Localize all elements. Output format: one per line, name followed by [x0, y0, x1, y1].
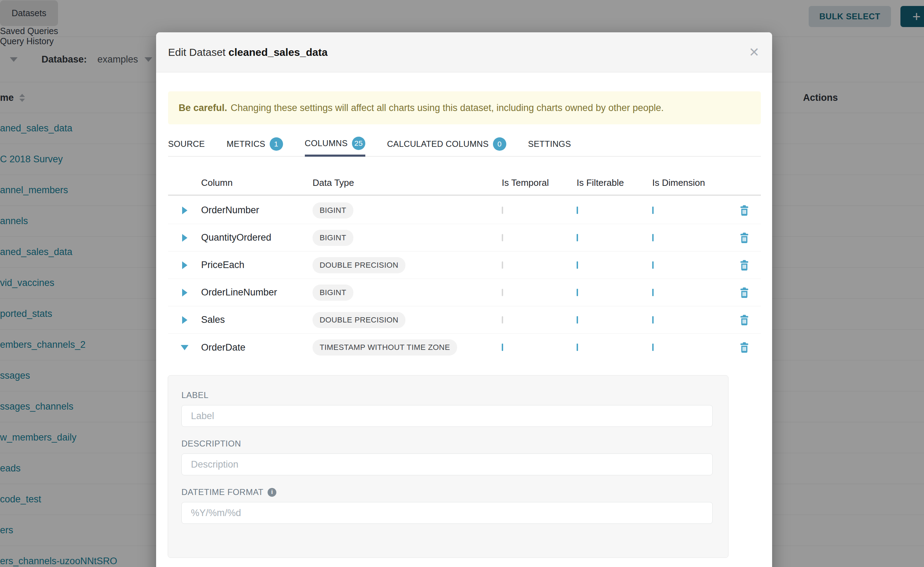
tab-badge: 1 [270, 137, 283, 151]
tab-calculated-columns[interactable]: CALCULATED COLUMNS 0 [387, 132, 506, 156]
expand-caret-icon[interactable] [182, 316, 187, 324]
expand-caret-icon[interactable] [182, 261, 187, 269]
label-input[interactable] [181, 405, 713, 427]
is-dimension-cell [652, 262, 728, 268]
field-label: DESCRIPTION [181, 439, 713, 448]
is-filterable-checkbox[interactable] [576, 261, 578, 269]
is-temporal-checkbox[interactable] [502, 261, 503, 269]
is-temporal-cell [502, 207, 576, 214]
expand-caret-icon[interactable] [181, 345, 188, 350]
is-dimension-cell [652, 317, 728, 323]
warning-banner: Be careful. Changing these settings will… [168, 92, 761, 124]
is-filterable-checkbox[interactable] [576, 207, 578, 214]
data-type-pill: BIGINT [313, 230, 354, 246]
is-filterable-cell [576, 207, 652, 214]
expand-caret-icon[interactable] [182, 234, 187, 242]
is-dimension-header: Is Dimension [652, 177, 728, 188]
is-dimension-cell [652, 235, 728, 241]
trash-icon[interactable] [738, 204, 751, 217]
tab-source[interactable]: SOURCE [168, 132, 205, 156]
data-type-cell: DOUBLE PRECISION [313, 312, 502, 328]
info-icon[interactable]: i [268, 488, 276, 497]
delete-cell [728, 341, 761, 354]
tab-metrics[interactable]: METRICS 1 [226, 132, 283, 156]
tab-columns[interactable]: COLUMNS 25 [305, 132, 365, 157]
column-row: QuantityOrdered BIGINT [168, 224, 761, 252]
is-temporal-checkbox[interactable] [502, 289, 503, 296]
is-temporal-checkbox[interactable] [502, 234, 503, 242]
expand-caret-cell [168, 316, 201, 324]
is-temporal-cell [502, 317, 576, 323]
data-type-pill: DOUBLE PRECISION [313, 257, 405, 273]
close-icon[interactable]: ✕ [749, 32, 760, 72]
is-temporal-cell [502, 262, 576, 268]
expand-caret-cell [168, 234, 201, 242]
expand-caret-icon[interactable] [182, 289, 187, 297]
data-type-cell: BIGINT [313, 230, 502, 246]
is-filterable-checkbox[interactable] [576, 234, 578, 242]
is-temporal-checkbox[interactable] [502, 316, 503, 324]
is-dimension-checkbox[interactable] [652, 234, 654, 242]
delete-cell [728, 286, 761, 299]
delete-cell [728, 231, 761, 244]
data-type-header: Data Type [313, 177, 502, 188]
trash-icon[interactable] [738, 314, 751, 326]
expanded-column-panel: LABEL DESCRIPTION DATETIME FORMAT i [168, 375, 728, 558]
is-dimension-cell [652, 290, 728, 296]
form-field: DATETIME FORMAT i [181, 487, 713, 524]
is-dimension-checkbox[interactable] [652, 316, 654, 324]
tab-label: COLUMNS [305, 138, 348, 148]
is-filterable-checkbox[interactable] [576, 316, 578, 324]
delete-cell [728, 259, 761, 272]
modal-title-prefix: Edit Dataset [168, 46, 226, 58]
is-dimension-cell [652, 344, 728, 351]
field-label-text: DESCRIPTION [181, 439, 241, 448]
trash-icon[interactable] [738, 341, 751, 354]
field-label: LABEL [181, 390, 713, 400]
datetime-format-input[interactable] [181, 502, 713, 524]
is-temporal-cell [502, 290, 576, 296]
is-filterable-cell [576, 262, 652, 268]
field-label-text: DATETIME FORMAT [181, 487, 263, 497]
tab-settings[interactable]: SETTINGS [528, 132, 571, 156]
is-filterable-header: Is Filterable [576, 177, 652, 188]
is-dimension-checkbox[interactable] [652, 261, 654, 269]
is-temporal-cell [502, 344, 576, 351]
trash-icon[interactable] [738, 286, 751, 299]
tab-label: SETTINGS [528, 139, 571, 149]
columns-table-header: Column Data Type Is Temporal Is Filterab… [168, 171, 761, 196]
is-temporal-header: Is Temporal [502, 177, 576, 188]
is-filterable-checkbox[interactable] [576, 289, 578, 296]
modal-tabs: SOURCE METRICS 1 COLUMNS 25 CALCULATED C… [168, 132, 761, 157]
column-name: OrderNumber [201, 205, 313, 216]
expand-caret-icon[interactable] [182, 207, 187, 214]
column-name: PriceEach [201, 260, 313, 270]
column-name: OrderDate [201, 342, 313, 353]
form-field: LABEL [181, 390, 713, 427]
tab-badge: 0 [493, 137, 506, 151]
is-temporal-checkbox[interactable] [502, 344, 503, 351]
data-type-pill: BIGINT [313, 285, 354, 301]
edit-dataset-modal: Edit Dataset cleaned_sales_data ✕ Be car… [156, 32, 772, 567]
is-filterable-cell [576, 235, 652, 241]
is-dimension-checkbox[interactable] [652, 344, 654, 351]
expand-caret-cell [168, 289, 201, 297]
trash-icon[interactable] [738, 259, 751, 272]
description-input[interactable] [181, 453, 713, 475]
is-dimension-checkbox[interactable] [652, 289, 654, 296]
tab-label: SOURCE [168, 139, 205, 149]
data-type-cell: DOUBLE PRECISION [313, 257, 502, 273]
datasets-page: DatabasesDatasetsSaved QueriesQuery Hist… [0, 0, 924, 567]
field-label-text: LABEL [181, 390, 209, 400]
is-filterable-cell [576, 290, 652, 296]
column-header: Column [201, 177, 313, 188]
trash-icon[interactable] [738, 231, 751, 244]
column-name: OrderLineNumber [201, 287, 313, 298]
is-filterable-cell [576, 344, 652, 351]
data-type-cell: TIMESTAMP WITHOUT TIME ZONE [313, 339, 502, 356]
is-dimension-checkbox[interactable] [652, 207, 654, 214]
is-temporal-checkbox[interactable] [502, 207, 503, 214]
is-filterable-checkbox[interactable] [576, 344, 578, 351]
data-type-cell: BIGINT [313, 202, 502, 219]
data-type-pill: DOUBLE PRECISION [313, 312, 405, 328]
